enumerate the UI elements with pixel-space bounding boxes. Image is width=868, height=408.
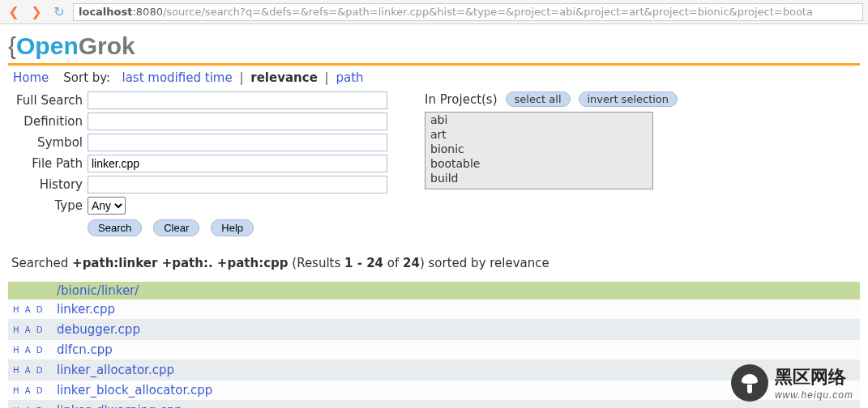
history-link[interactable]: H	[13, 366, 21, 375]
search-button[interactable]: Search	[88, 219, 142, 236]
history-link[interactable]: H	[13, 325, 21, 334]
projects-label: In Project(s)	[425, 92, 498, 107]
file-path-label: File Path	[13, 156, 83, 171]
annotate-link[interactable]: A	[25, 305, 32, 314]
history-link[interactable]: H	[13, 305, 21, 314]
project-option[interactable]: build	[425, 171, 652, 185]
result-row: H A Ddebugger.cpp	[8, 320, 860, 340]
sortby-label: Sort by: last modified time | relevance …	[63, 70, 363, 85]
forward-button[interactable]: ❯	[28, 3, 45, 21]
result-file-link[interactable]: linker_allocator.cpp	[57, 363, 174, 377]
project-option[interactable]: abi	[425, 113, 652, 127]
result-group-header: /bionic/linker/	[8, 282, 860, 300]
type-select[interactable]: Any	[88, 197, 126, 215]
full-search-label: Full Search	[13, 93, 83, 108]
result-file-link[interactable]: dlfcn.cpp	[57, 342, 113, 357]
download-link[interactable]: D	[36, 325, 45, 334]
project-option[interactable]: cts	[425, 185, 652, 189]
result-row: H A Ddlfcn.cpp	[8, 340, 860, 360]
search-form: Full Search Definition Symbol File Path …	[13, 91, 387, 236]
result-file-link[interactable]: linker.cpp	[57, 302, 115, 317]
download-link[interactable]: D	[36, 305, 45, 314]
address-bar[interactable]: localhost:8080/source/search?q=&defs=&re…	[73, 3, 863, 21]
definition-input[interactable]	[88, 113, 387, 130]
history-link[interactable]: H	[13, 386, 21, 395]
sort-relevance[interactable]: relevance	[250, 70, 318, 85]
file-path-input[interactable]	[88, 155, 387, 172]
history-input[interactable]	[88, 176, 387, 193]
type-label: Type	[13, 198, 83, 213]
select-all-button[interactable]: select all	[506, 91, 571, 107]
result-row: H A Dlinker.cpp	[8, 300, 860, 320]
group-path-link[interactable]: /bionic/linker/	[57, 283, 139, 298]
symbol-label: Symbol	[13, 135, 83, 150]
reload-button[interactable]: ↻	[50, 3, 68, 21]
help-button[interactable]: Help	[211, 219, 254, 236]
annotate-link[interactable]: A	[25, 325, 32, 334]
projects-listbox[interactable]: abiartbionicbootablebuildcts	[425, 112, 653, 189]
download-link[interactable]: D	[36, 386, 45, 395]
annotate-link[interactable]: A	[25, 366, 32, 375]
download-link[interactable]: D	[36, 366, 45, 375]
top-nav: Home Sort by: last modified time | relev…	[8, 69, 860, 91]
download-link[interactable]: D	[36, 346, 45, 355]
full-search-input[interactable]	[88, 91, 387, 109]
home-link[interactable]: Home	[13, 70, 49, 85]
project-option[interactable]: bionic	[425, 142, 652, 156]
annotate-link[interactable]: A	[25, 386, 32, 395]
result-file-link[interactable]: linker_block_allocator.cpp	[57, 383, 212, 397]
back-button[interactable]: ❮	[5, 3, 23, 21]
project-option[interactable]: art	[425, 127, 652, 142]
history-label: History	[13, 177, 83, 192]
symbol-input[interactable]	[88, 134, 387, 151]
history-link[interactable]: H	[13, 346, 21, 355]
divider	[8, 63, 860, 66]
result-file-link[interactable]: linker_dlwarning.cpp	[57, 403, 182, 408]
invert-selection-button[interactable]: invert selection	[579, 91, 678, 107]
definition-label: Definition	[13, 114, 83, 129]
mushroom-icon	[731, 364, 768, 402]
result-row: H A Dlinker_dlwarning.cpp	[8, 401, 860, 408]
clear-button[interactable]: Clear	[153, 219, 199, 236]
project-option[interactable]: bootable	[425, 156, 652, 171]
result-file-link[interactable]: debugger.cpp	[57, 322, 140, 337]
annotate-link[interactable]: A	[25, 346, 32, 355]
browser-toolbar: ❮ ❯ ↻ localhost:8080/source/search?q=&de…	[0, 0, 868, 24]
watermark: 黑区网络 www.heiqu.com	[731, 364, 853, 402]
sort-time[interactable]: last modified time	[122, 70, 233, 85]
sort-path[interactable]: path	[336, 70, 363, 85]
results-summary: Searched +path:linker +path:. +path:cpp …	[11, 256, 860, 270]
logo: {OpenGrok	[8, 29, 860, 62]
